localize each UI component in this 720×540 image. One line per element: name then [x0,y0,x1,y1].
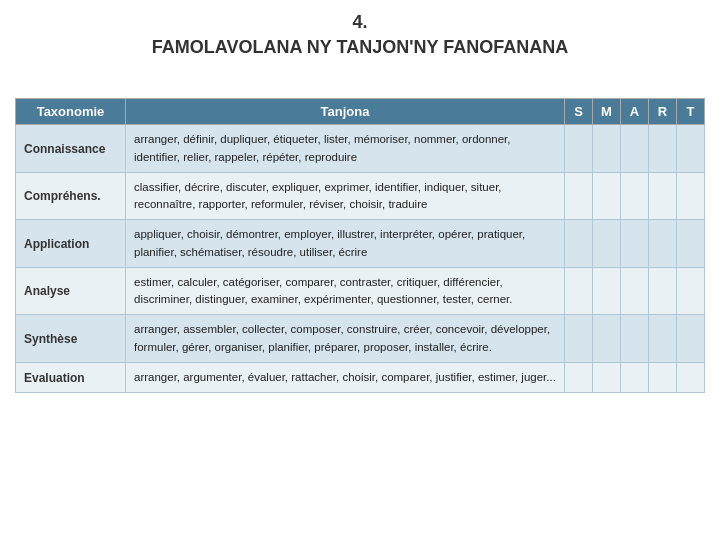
score-cell [677,172,705,220]
letter-m-header: M [593,99,621,125]
page-title: 4. FAMOLAVOLANA NY TANJON'NY FANOFANANA [15,10,705,60]
score-cell [621,125,649,173]
score-cell [593,125,621,173]
letter-a-header: A [621,99,649,125]
score-cell [649,125,677,173]
table-row: Applicationappliquer, choisir, démontrer… [16,220,705,268]
tondro-header: Tondro [565,72,705,99]
score-cell [621,315,649,363]
score-cell [565,362,593,392]
score-cell [593,220,621,268]
tanjona-col-header: Tanjona [126,99,565,125]
table-row: Connaissancearranger, définir, dupliquer… [16,125,705,173]
tanjona-cell: appliquer, choisir, démontrer, employer,… [126,220,565,268]
tanjona-cell: arranger, définir, dupliquer, étiqueter,… [126,125,565,173]
score-cell [565,267,593,315]
score-cell [565,315,593,363]
taxonomie-cell: Compréhens. [16,172,126,220]
score-cell [677,125,705,173]
tanjona-cell: arranger, argumenter, évaluer, rattacher… [126,362,565,392]
score-cell [565,125,593,173]
table-row: Evaluationarranger, argumenter, évaluer,… [16,362,705,392]
score-cell [593,362,621,392]
score-cell [621,267,649,315]
score-cell [677,315,705,363]
table-row: Compréhens.classifier, décrire, discuter… [16,172,705,220]
score-cell [593,172,621,220]
score-cell [565,220,593,268]
tanjona-cell: classifier, décrire, discuter, expliquer… [126,172,565,220]
tanjona-cell: estimer, calculer, catégoriser, comparer… [126,267,565,315]
score-cell [677,362,705,392]
taxonomie-cell: Analyse [16,267,126,315]
score-cell [593,315,621,363]
score-cell [621,172,649,220]
main-table: Tondro Taxonomie Tanjona S M A R T Conna… [15,72,705,393]
tanjona-cell: arranger, assembler, collecter, composer… [126,315,565,363]
score-cell [649,172,677,220]
score-cell [677,220,705,268]
score-cell [677,267,705,315]
score-cell [649,267,677,315]
taxonomie-cell: Evaluation [16,362,126,392]
empty-corner [16,72,126,99]
taxonomie-cell: Synthèse [16,315,126,363]
taxonomie-cell: Application [16,220,126,268]
letter-t-header: T [677,99,705,125]
empty-tanjona-top [126,72,565,99]
letter-r-header: R [649,99,677,125]
table-row: Analyseestimer, calculer, catégoriser, c… [16,267,705,315]
score-cell [621,220,649,268]
score-cell [565,172,593,220]
table-row: Synthèsearranger, assembler, collecter, … [16,315,705,363]
score-cell [649,315,677,363]
taxonomie-col-header: Taxonomie [16,99,126,125]
taxonomie-cell: Connaissance [16,125,126,173]
score-cell [649,362,677,392]
score-cell [621,362,649,392]
letter-s-header: S [565,99,593,125]
score-cell [593,267,621,315]
score-cell [649,220,677,268]
